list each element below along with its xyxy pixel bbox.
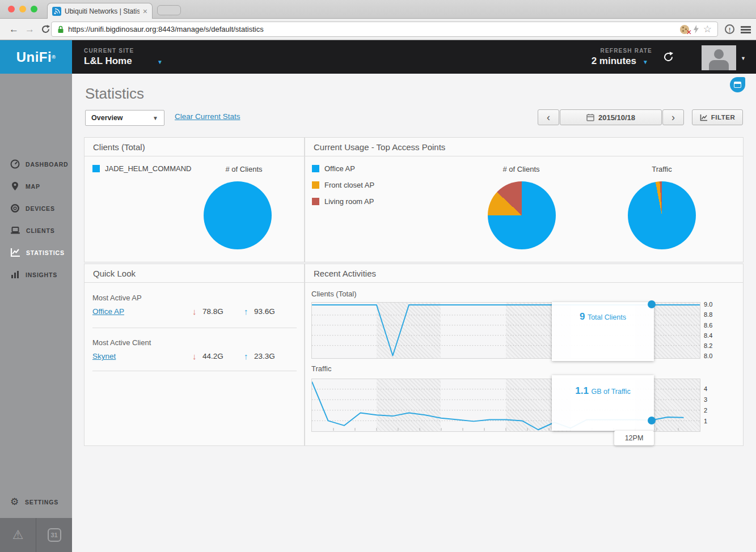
new-tab-button[interactable] xyxy=(157,5,181,15)
legend-swatch xyxy=(312,198,319,205)
screen: Ubiquiti Networks | Statisti × ← → https… xyxy=(0,0,756,552)
upload-arrow-icon: ↑ xyxy=(244,307,248,316)
ap-upload-value: 93.6G xyxy=(254,307,275,316)
client-download-value: 44.2G xyxy=(202,352,223,360)
calendar-icon xyxy=(586,113,594,121)
current-site-value: L&L Home xyxy=(84,56,134,67)
window-close-button[interactable] xyxy=(8,6,15,12)
url-field[interactable]: https://unifi.bigdinosaur.org:8443/manag… xyxy=(51,22,718,37)
unifi-logo: UniFi® xyxy=(0,40,72,74)
events-button[interactable]: 31 xyxy=(36,518,72,552)
back-button[interactable]: ← xyxy=(9,24,19,35)
sidebar-item-clients[interactable]: CLIENTS xyxy=(0,219,72,241)
warning-triangle-icon: ⚠ xyxy=(12,528,24,542)
devices-icon xyxy=(10,203,20,213)
sidebar-item-statistics[interactable]: STATISTICS xyxy=(0,241,72,264)
browser-tab-strip: Ubiquiti Networks | Statisti × xyxy=(0,0,756,19)
filter-chart-icon xyxy=(700,114,708,121)
most-active-ap-link[interactable]: Office AP xyxy=(92,307,124,316)
pie-chart-usage-traffic xyxy=(628,181,696,249)
tab-close-icon[interactable]: × xyxy=(143,7,147,15)
current-usage-panel-title: Current Usage - Top Access Points xyxy=(305,138,743,156)
cookies-blocked-icon[interactable]: ✕ xyxy=(680,25,689,34)
sidebar-item-map[interactable]: MAP xyxy=(0,175,72,197)
traffic-chart-label: Traffic xyxy=(311,364,331,373)
refresh-rate-caret-icon[interactable]: ▼ xyxy=(643,59,648,65)
refresh-icon[interactable] xyxy=(662,51,674,63)
client-upload-value: 23.3G xyxy=(254,352,275,360)
ubiquiti-favicon xyxy=(52,7,61,16)
browser-address-bar: ← → https://unifi.bigdinosaur.org:8443/m… xyxy=(0,19,756,40)
legend-item: Front closet AP xyxy=(312,181,374,189)
download-arrow-icon: ↓ xyxy=(192,351,197,361)
divider xyxy=(92,371,297,371)
view-select[interactable]: Overview ▼ xyxy=(85,110,164,126)
divider xyxy=(92,328,297,328)
sidebar-item-insights[interactable]: INSIGHTS xyxy=(0,264,72,286)
download-arrow-icon: ↓ xyxy=(192,307,197,316)
statistics-chart-icon xyxy=(10,248,20,257)
map-pin-icon xyxy=(10,181,20,191)
current-site-selector[interactable]: CURRENT SITE L&L Home xyxy=(84,48,134,67)
legend-item: Living room AP xyxy=(312,197,374,206)
events-count-badge: 31 xyxy=(48,528,61,542)
ap-download-value: 78.8G xyxy=(202,307,223,316)
window-zoom-button[interactable] xyxy=(31,6,37,12)
legend-swatch xyxy=(312,181,319,189)
clear-current-stats-link[interactable]: Clear Current Stats xyxy=(175,112,240,121)
most-active-ap-label: Most Active AP xyxy=(92,294,142,302)
usage-clients-pie-label: # of Clients xyxy=(502,165,539,173)
current-site-label: CURRENT SITE xyxy=(84,48,134,54)
extension-icon[interactable]: ! xyxy=(725,24,734,34)
recent-activities-panel-title: Recent Activities xyxy=(305,264,743,283)
clients-total-panel: Clients (Total) xyxy=(84,137,305,262)
site-dropdown-caret-icon[interactable]: ▼ xyxy=(157,59,163,65)
legend-item: Office AP xyxy=(312,164,355,173)
insights-bars-icon xyxy=(10,270,20,279)
view-select-value: Overview xyxy=(91,114,123,122)
forward-button[interactable]: → xyxy=(25,24,35,35)
sidebar-item-settings[interactable]: ⚙ SETTINGS xyxy=(0,491,72,513)
browser-tab[interactable]: Ubiquiti Networks | Statisti × xyxy=(47,3,153,19)
https-lock-icon[interactable] xyxy=(57,26,64,33)
refresh-rate-value: 2 minutes xyxy=(567,56,652,67)
date-next-button[interactable]: › xyxy=(662,109,684,125)
window-minimize-button[interactable] xyxy=(19,6,26,12)
clients-laptop-icon xyxy=(10,226,20,235)
browser-menu-icon[interactable] xyxy=(741,26,751,28)
traffic-tooltip: 1.1 GB of Traffic xyxy=(552,375,654,431)
reload-icon[interactable] xyxy=(41,24,50,34)
pie-chart-usage-clients xyxy=(488,181,556,249)
quick-look-panel-title: Quick Look xyxy=(85,264,304,283)
alerts-button[interactable]: ⚠ xyxy=(0,518,36,552)
page-title: Statistics xyxy=(85,85,144,103)
select-caret-icon: ▼ xyxy=(153,115,158,121)
time-label-box: 12PM xyxy=(614,431,654,445)
clients-total-panel-title: Clients (Total) xyxy=(85,138,304,156)
sidebar-footer: ⚠ 31 xyxy=(0,518,72,552)
traffic-y-axis: 4321 xyxy=(704,379,723,431)
chat-bubble-button[interactable] xyxy=(730,77,745,92)
refresh-rate-label: REFRESH RATE xyxy=(567,48,652,54)
pie-chart-clients-total xyxy=(204,181,272,249)
user-menu-caret-icon[interactable]: ▼ xyxy=(741,56,746,61)
sidebar-item-dashboard[interactable]: DASHBOARD xyxy=(0,153,72,175)
window-glyph-icon xyxy=(734,82,741,88)
clients-tooltip: 9 Total Clients xyxy=(552,302,654,361)
clients-chart-label: Clients (Total) xyxy=(311,290,356,298)
bookmark-star-icon[interactable]: ☆ xyxy=(703,23,712,35)
filter-button[interactable]: FILTER xyxy=(692,109,743,125)
lightning-icon[interactable] xyxy=(693,25,699,33)
user-avatar[interactable] xyxy=(702,45,736,70)
upload-arrow-icon: ↑ xyxy=(244,351,248,361)
date-picker-button[interactable]: 2015/10/18 xyxy=(560,109,662,125)
sidebar-item-devices[interactable]: DEVICES xyxy=(0,197,72,219)
sidebar: DASHBOARD MAP DEVICES CLIENTS STATISTICS… xyxy=(0,74,72,552)
date-prev-button[interactable]: ‹ xyxy=(538,109,559,125)
url-text: https://unifi.bigdinosaur.org:8443/manag… xyxy=(68,25,676,33)
filter-label: FILTER xyxy=(711,114,735,121)
most-active-client-link[interactable]: Skynet xyxy=(92,352,116,360)
refresh-rate-selector[interactable]: REFRESH RATE 2 minutes xyxy=(567,48,652,67)
date-value: 2015/10/18 xyxy=(598,113,635,122)
legend-item: JADE_HELM_COMMAND xyxy=(92,164,191,173)
